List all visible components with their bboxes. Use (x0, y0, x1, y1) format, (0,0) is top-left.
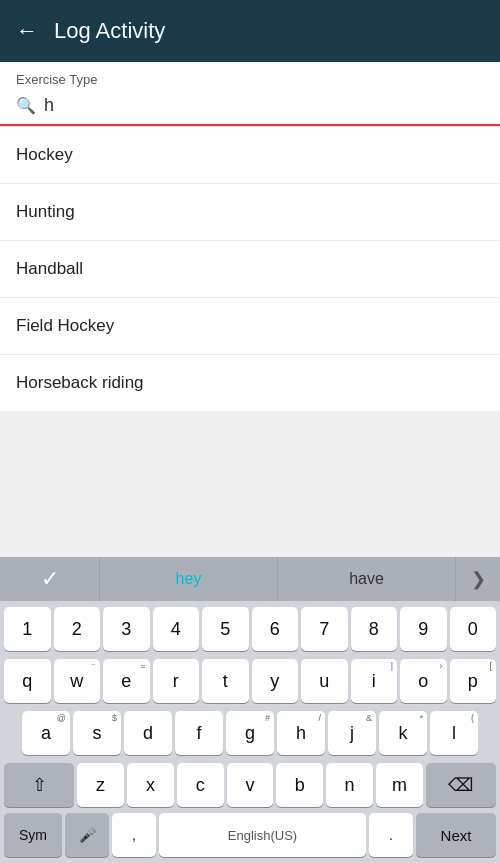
key-p[interactable]: [p (450, 659, 497, 703)
mic-key[interactable]: 🎤 (65, 813, 109, 857)
key-4[interactable]: 4 (153, 607, 200, 651)
key-a[interactable]: @a (22, 711, 70, 755)
list-item[interactable]: Hockey (0, 127, 500, 184)
key-d[interactable]: d (124, 711, 172, 755)
backspace-key[interactable]: ⌫ (426, 763, 496, 807)
key-y[interactable]: y (252, 659, 299, 703)
key-x[interactable]: x (127, 763, 174, 807)
key-z[interactable]: z (77, 763, 124, 807)
key-j[interactable]: &j (328, 711, 376, 755)
sym-key[interactable]: Sym (4, 813, 62, 857)
key-9[interactable]: 9 (400, 607, 447, 651)
key-c[interactable]: c (177, 763, 224, 807)
autocorrect-word2[interactable]: have (278, 557, 456, 601)
exercise-dropdown: Hockey Hunting Handball Field Hockey Hor… (0, 126, 500, 411)
search-row: 🔍 (0, 91, 500, 126)
list-item[interactable]: Horseback riding (0, 355, 500, 411)
key-7[interactable]: 7 (301, 607, 348, 651)
search-icon: 🔍 (16, 96, 36, 115)
key-t[interactable]: t (202, 659, 249, 703)
key-g[interactable]: #g (226, 711, 274, 755)
list-item[interactable]: Handball (0, 241, 500, 298)
autocorrect-word1[interactable]: hey (100, 557, 278, 601)
key-n[interactable]: n (326, 763, 373, 807)
key-3[interactable]: 3 (103, 607, 150, 651)
app-header: ← Log Activity (0, 0, 500, 62)
period-key[interactable]: . (369, 813, 413, 857)
key-u[interactable]: u (301, 659, 348, 703)
autocorrect-expand-icon[interactable]: ❯ (456, 568, 500, 590)
autocorrect-bar: ✓ hey have ❯ (0, 557, 500, 601)
key-s[interactable]: $s (73, 711, 121, 755)
checkmark-icon: ✓ (41, 566, 59, 592)
number-row: 1 2 3 4 5 6 7 8 9 0 (0, 601, 500, 653)
key-k[interactable]: *k (379, 711, 427, 755)
autocorrect-checkmark[interactable]: ✓ (0, 557, 100, 601)
key-r[interactable]: r (153, 659, 200, 703)
keyboard-row2: @a $s d f #g /h &j *k (l (0, 705, 500, 757)
keyboard-bottom-row: Sym 🎤 , English(US) . Next (0, 809, 500, 863)
key-5[interactable]: 5 (202, 607, 249, 651)
key-1[interactable]: 1 (4, 607, 51, 651)
key-w[interactable]: ⁻w (54, 659, 101, 703)
back-button[interactable]: ← (16, 18, 38, 44)
key-2[interactable]: 2 (54, 607, 101, 651)
key-o[interactable]: ›o (400, 659, 447, 703)
mic-icon: 🎤 (79, 827, 96, 843)
comma-key[interactable]: , (112, 813, 156, 857)
key-q[interactable]: q (4, 659, 51, 703)
shift-key[interactable]: ⇧ (4, 763, 74, 807)
key-h[interactable]: /h (277, 711, 325, 755)
key-0[interactable]: 0 (450, 607, 497, 651)
key-v[interactable]: v (227, 763, 274, 807)
list-item[interactable]: Hunting (0, 184, 500, 241)
page-title: Log Activity (54, 18, 165, 44)
space-key[interactable]: English(US) (159, 813, 366, 857)
key-i[interactable]: |i (351, 659, 398, 703)
keyboard: ✓ hey have ❯ 1 2 3 4 5 6 7 8 9 0 q ⁻w =e… (0, 557, 500, 863)
keyboard-row3: ⇧ z x c v b n m ⌫ (0, 757, 500, 809)
key-8[interactable]: 8 (351, 607, 398, 651)
key-e[interactable]: =e (103, 659, 150, 703)
key-l[interactable]: (l (430, 711, 478, 755)
key-f[interactable]: f (175, 711, 223, 755)
keyboard-row1: q ⁻w =e r t y u |i ›o [p (0, 653, 500, 705)
next-button[interactable]: Next (416, 813, 496, 857)
list-item[interactable]: Field Hockey (0, 298, 500, 355)
exercise-type-label: Exercise Type (0, 62, 500, 91)
key-m[interactable]: m (376, 763, 423, 807)
search-input[interactable] (44, 95, 484, 116)
key-b[interactable]: b (276, 763, 323, 807)
key-6[interactable]: 6 (252, 607, 299, 651)
